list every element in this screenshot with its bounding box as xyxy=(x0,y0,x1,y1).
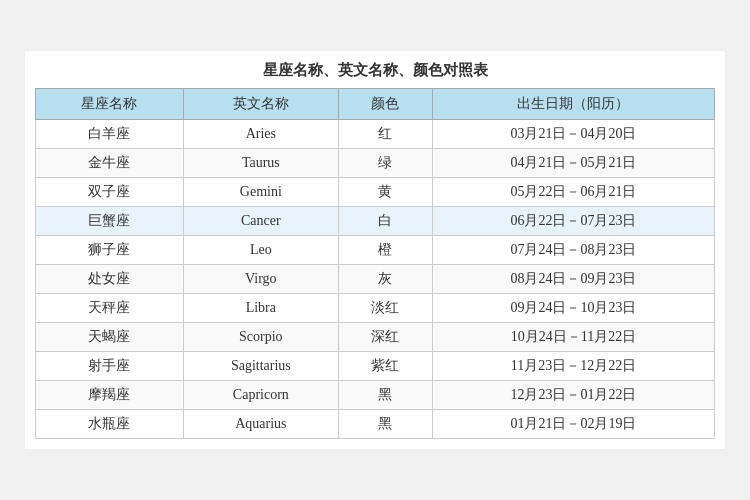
cell-date: 12月23日－01月22日 xyxy=(432,381,714,410)
cell-date: 05月22日－06月21日 xyxy=(432,178,714,207)
cell-english-name: Aquarius xyxy=(183,410,338,439)
zodiac-table: 星座名称 英文名称 颜色 出生日期（阳历） 白羊座Aries红03月21日－04… xyxy=(35,88,715,439)
cell-date: 07月24日－08月23日 xyxy=(432,236,714,265)
cell-chinese-name: 射手座 xyxy=(36,352,184,381)
cell-date: 04月21日－05月21日 xyxy=(432,149,714,178)
main-container: 星座名称、英文名称、颜色对照表 星座名称 英文名称 颜色 出生日期（阳历） 白羊… xyxy=(25,51,725,449)
cell-color: 灰 xyxy=(338,265,432,294)
table-row: 天秤座Libra淡红09月24日－10月23日 xyxy=(36,294,715,323)
cell-chinese-name: 金牛座 xyxy=(36,149,184,178)
cell-chinese-name: 狮子座 xyxy=(36,236,184,265)
cell-color: 淡红 xyxy=(338,294,432,323)
table-header-row: 星座名称 英文名称 颜色 出生日期（阳历） xyxy=(36,89,715,120)
table-row: 处女座Virgo灰08月24日－09月23日 xyxy=(36,265,715,294)
table-row: 金牛座Taurus绿04月21日－05月21日 xyxy=(36,149,715,178)
cell-english-name: Scorpio xyxy=(183,323,338,352)
cell-color: 橙 xyxy=(338,236,432,265)
cell-color: 紫红 xyxy=(338,352,432,381)
cell-english-name: Leo xyxy=(183,236,338,265)
cell-english-name: Libra xyxy=(183,294,338,323)
cell-date: 09月24日－10月23日 xyxy=(432,294,714,323)
table-row: 摩羯座Capricorn黑12月23日－01月22日 xyxy=(36,381,715,410)
cell-english-name: Sagittarius xyxy=(183,352,338,381)
cell-date: 10月24日－11月22日 xyxy=(432,323,714,352)
cell-date: 03月21日－04月20日 xyxy=(432,120,714,149)
cell-color: 红 xyxy=(338,120,432,149)
cell-english-name: Aries xyxy=(183,120,338,149)
cell-color: 黄 xyxy=(338,178,432,207)
table-row: 巨蟹座Cancer白06月22日－07月23日 xyxy=(36,207,715,236)
header-chinese-name: 星座名称 xyxy=(36,89,184,120)
table-row: 狮子座Leo橙07月24日－08月23日 xyxy=(36,236,715,265)
cell-chinese-name: 巨蟹座 xyxy=(36,207,184,236)
cell-date: 11月23日－12月22日 xyxy=(432,352,714,381)
cell-english-name: Cancer xyxy=(183,207,338,236)
cell-color: 白 xyxy=(338,207,432,236)
table-body: 白羊座Aries红03月21日－04月20日金牛座Taurus绿04月21日－0… xyxy=(36,120,715,439)
table-row: 水瓶座Aquarius黑01月21日－02月19日 xyxy=(36,410,715,439)
cell-chinese-name: 天蝎座 xyxy=(36,323,184,352)
cell-color: 绿 xyxy=(338,149,432,178)
table-row: 白羊座Aries红03月21日－04月20日 xyxy=(36,120,715,149)
cell-english-name: Virgo xyxy=(183,265,338,294)
cell-chinese-name: 双子座 xyxy=(36,178,184,207)
table-row: 天蝎座Scorpio深红10月24日－11月22日 xyxy=(36,323,715,352)
cell-chinese-name: 摩羯座 xyxy=(36,381,184,410)
cell-english-name: Capricorn xyxy=(183,381,338,410)
header-color: 颜色 xyxy=(338,89,432,120)
cell-english-name: Taurus xyxy=(183,149,338,178)
table-row: 双子座Gemini黄05月22日－06月21日 xyxy=(36,178,715,207)
cell-chinese-name: 天秤座 xyxy=(36,294,184,323)
cell-chinese-name: 白羊座 xyxy=(36,120,184,149)
cell-chinese-name: 水瓶座 xyxy=(36,410,184,439)
cell-date: 08月24日－09月23日 xyxy=(432,265,714,294)
cell-color: 黑 xyxy=(338,410,432,439)
cell-date: 01月21日－02月19日 xyxy=(432,410,714,439)
table-row: 射手座Sagittarius紫红11月23日－12月22日 xyxy=(36,352,715,381)
cell-english-name: Gemini xyxy=(183,178,338,207)
cell-color: 深红 xyxy=(338,323,432,352)
cell-date: 06月22日－07月23日 xyxy=(432,207,714,236)
header-english-name: 英文名称 xyxy=(183,89,338,120)
page-title: 星座名称、英文名称、颜色对照表 xyxy=(35,61,715,80)
cell-chinese-name: 处女座 xyxy=(36,265,184,294)
header-date: 出生日期（阳历） xyxy=(432,89,714,120)
cell-color: 黑 xyxy=(338,381,432,410)
